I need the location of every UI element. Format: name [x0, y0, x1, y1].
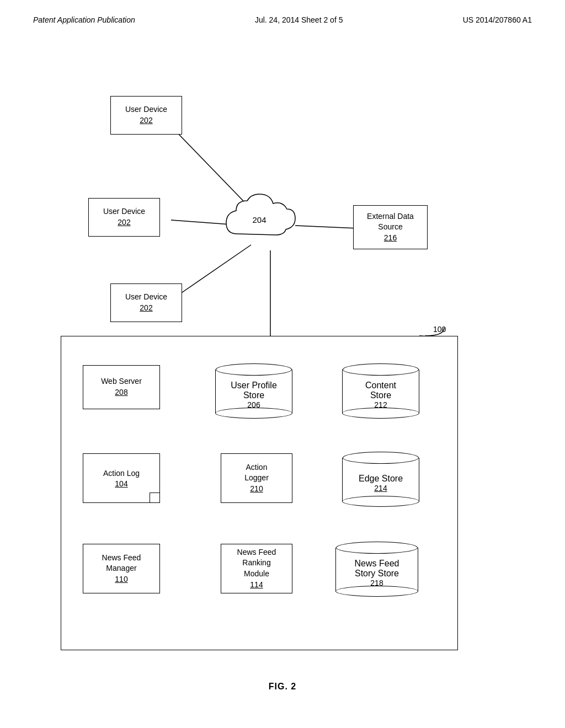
- figure-caption: FIG. 2: [269, 682, 296, 692]
- network-cloud: 204: [221, 190, 298, 250]
- svg-text:204: 204: [252, 215, 266, 224]
- diagram-area: User Device 202 User Device 202 User Dev…: [0, 30, 565, 703]
- user-device-2: User Device 202: [88, 198, 160, 237]
- external-data-source: External DataSource 216: [353, 205, 428, 249]
- user-device-3: User Device 202: [110, 283, 182, 322]
- action-log: Action Log 104: [83, 453, 160, 503]
- news-feed-story-store: News Feed Story Store 218: [335, 536, 418, 597]
- header-left: Patent Application Publication: [33, 15, 135, 24]
- news-feed-ranking-module: News FeedRankingModule 114: [221, 544, 292, 593]
- header-center: Jul. 24, 2014 Sheet 2 of 5: [255, 15, 343, 24]
- action-logger: ActionLogger 210: [221, 453, 292, 503]
- content-store: Content Store 212: [342, 358, 419, 419]
- page-header: Patent Application Publication Jul. 24, …: [0, 0, 565, 30]
- user-device-1: User Device 202: [110, 96, 182, 135]
- web-server: Web Server 208: [83, 365, 160, 409]
- user-profile-store: User Profile Store 206: [215, 358, 292, 419]
- server-label-100: 100: [422, 325, 450, 343]
- edge-store: Edge Store 214: [342, 446, 419, 507]
- svg-line-2: [171, 245, 251, 300]
- fold-corner: [150, 493, 159, 502]
- header-right: US 2014/207860 A1: [463, 15, 532, 24]
- news-feed-manager: News FeedManager 110: [83, 544, 160, 593]
- svg-line-3: [295, 226, 358, 228]
